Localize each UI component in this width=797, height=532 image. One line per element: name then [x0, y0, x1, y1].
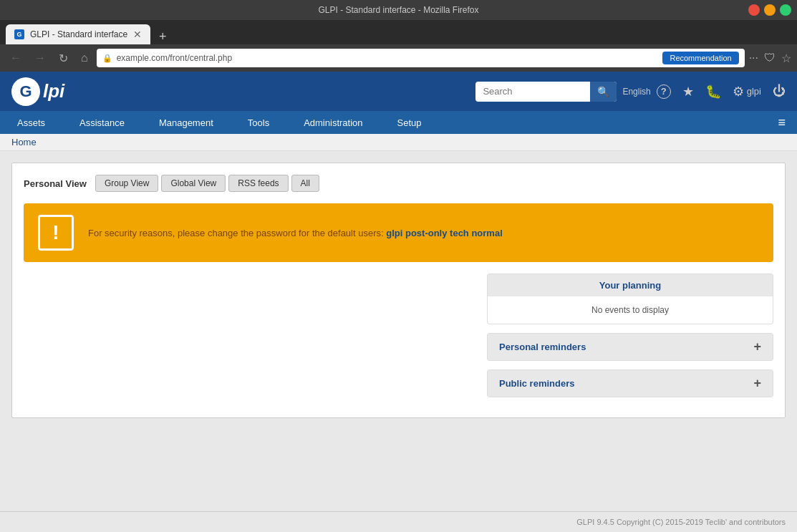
- bug-report-icon[interactable]: 🐛: [705, 84, 721, 100]
- view-tabs: Personal View Group View Global View RSS…: [24, 175, 773, 192]
- more-options-icon[interactable]: ···: [749, 52, 758, 64]
- nav-management[interactable]: Management: [142, 111, 231, 134]
- home-button[interactable]: ⌂: [77, 50, 92, 66]
- content-right: Your planning No events to display Perso…: [487, 274, 773, 406]
- os-titlebar: GLPI - Standard interface - Mozilla Fire…: [0, 0, 797, 20]
- personal-reminders-title: Personal reminders: [499, 342, 586, 352]
- all-tab[interactable]: All: [291, 175, 319, 192]
- rss-feeds-tab[interactable]: RSS feeds: [228, 175, 288, 192]
- back-button[interactable]: ←: [6, 50, 26, 66]
- url-display: example.com/front/central.php: [117, 53, 659, 63]
- public-reminders-header: Public reminders +: [488, 370, 773, 397]
- tab-title: GLPI - Standard interface: [30, 29, 127, 39]
- forward-button[interactable]: →: [30, 50, 50, 66]
- nav-assets[interactable]: Assets: [0, 111, 62, 134]
- group-view-tab[interactable]: Group View: [95, 175, 158, 192]
- security-lock-icon: 🔒: [102, 54, 112, 63]
- address-bar[interactable]: 🔒 example.com/front/central.php Recommen…: [97, 49, 745, 67]
- personal-reminders-header: Personal reminders +: [488, 334, 773, 360]
- os-title: GLPI - Standard interface - Mozilla Fire…: [318, 5, 478, 15]
- os-minimize-btn[interactable]: [764, 4, 776, 16]
- browser-nav-bar: ← → ↻ ⌂ 🔒 example.com/front/central.php …: [0, 44, 797, 72]
- nav-assistance[interactable]: Assistance: [62, 111, 142, 134]
- public-reminders-title: Public reminders: [499, 378, 574, 389]
- os-close-btn[interactable]: [748, 4, 760, 16]
- favorites-icon[interactable]: ★: [682, 84, 694, 100]
- tab-favicon: G: [14, 29, 24, 39]
- help-icon[interactable]: ?: [657, 84, 671, 99]
- new-tab-button[interactable]: +: [155, 29, 171, 44]
- warning-message: For security reasons, please change the …: [88, 228, 503, 238]
- planning-header: Your planning: [488, 274, 773, 296]
- planning-body: No events to display: [488, 296, 773, 324]
- planning-box: Your planning No events to display: [487, 274, 773, 324]
- breadcrumb-home[interactable]: Home: [11, 137, 37, 147]
- personal-view-label: Personal View: [24, 178, 87, 189]
- breadcrumb-bar: Home: [0, 134, 797, 151]
- gear-icon: ⚙: [733, 84, 744, 100]
- content-layout: Your planning No events to display Perso…: [24, 274, 773, 406]
- refresh-button[interactable]: ↻: [54, 50, 72, 67]
- public-reminders-add-icon[interactable]: +: [753, 376, 761, 391]
- app-footer: GLPI 9.4.5 Copyright (C) 2015-2019 Tecli…: [0, 511, 797, 532]
- personal-reminders-box: Personal reminders +: [487, 333, 773, 361]
- glpi-nav: Assets Assistance Management Tools Admin…: [0, 111, 797, 134]
- glpi-search-area: 🔍 English ? ★ 🐛 ⚙ glpi ⏻: [475, 82, 786, 102]
- search-box[interactable]: 🔍: [475, 82, 617, 102]
- search-input[interactable]: [475, 86, 590, 97]
- glpi-header: G lpi 🔍 English ? ★ 🐛 ⚙ glpi ⏻: [0, 72, 797, 111]
- nav-setup[interactable]: Setup: [380, 111, 439, 134]
- content-panel: Personal View Group View Global View RSS…: [11, 163, 786, 418]
- os-window-controls[interactable]: [748, 4, 791, 16]
- settings-icon-wrapper[interactable]: ⚙ glpi: [733, 84, 761, 100]
- recommendation-button[interactable]: Recommendation: [662, 52, 738, 64]
- tab-close-button[interactable]: ✕: [133, 29, 142, 40]
- warning-text: For security reasons, please change the …: [88, 228, 384, 238]
- browser-chrome: G GLPI - Standard interface ✕ + ← → ↻ ⌂ …: [0, 20, 797, 72]
- tab-bar: G GLPI - Standard interface ✕ +: [0, 20, 797, 44]
- personal-reminders-add-icon[interactable]: +: [753, 339, 761, 354]
- header-icons: ? ★ 🐛 ⚙ glpi ⏻: [657, 84, 786, 100]
- footer-text: GLPI 9.4.5 Copyright (C) 2015-2019 Tecli…: [576, 518, 786, 526]
- warning-links[interactable]: glpi post-only tech normal: [386, 228, 503, 238]
- search-button[interactable]: 🔍: [590, 82, 617, 102]
- nav-hamburger-icon[interactable]: ≡: [766, 115, 797, 130]
- warning-icon: !: [38, 215, 74, 251]
- logout-icon[interactable]: ⏻: [773, 84, 786, 99]
- global-view-tab[interactable]: Global View: [161, 175, 226, 192]
- glpi-logo: G lpi: [11, 77, 64, 106]
- bookmark-icon[interactable]: ☆: [781, 52, 791, 65]
- nav-tools[interactable]: Tools: [231, 111, 286, 134]
- language-label: English: [622, 87, 650, 97]
- browser-extra-controls: ··· 🛡 ☆: [749, 52, 791, 65]
- logo-text: lpi: [43, 80, 64, 102]
- security-warning-banner: ! For security reasons, please change th…: [24, 203, 773, 262]
- username-label: glpi: [747, 86, 761, 97]
- nav-administration[interactable]: Administration: [286, 111, 380, 134]
- glpi-app: G lpi 🔍 English ? ★ 🐛 ⚙ glpi ⏻: [0, 72, 797, 532]
- content-left: [24, 274, 475, 406]
- pocket-icon[interactable]: 🛡: [764, 52, 776, 64]
- os-maximize-btn[interactable]: [780, 4, 791, 16]
- logo-icon: G: [11, 77, 40, 106]
- public-reminders-box: Public reminders +: [487, 369, 773, 397]
- main-content: Personal View Group View Global View RSS…: [0, 151, 797, 516]
- browser-tab[interactable]: G GLPI - Standard interface ✕: [6, 24, 150, 44]
